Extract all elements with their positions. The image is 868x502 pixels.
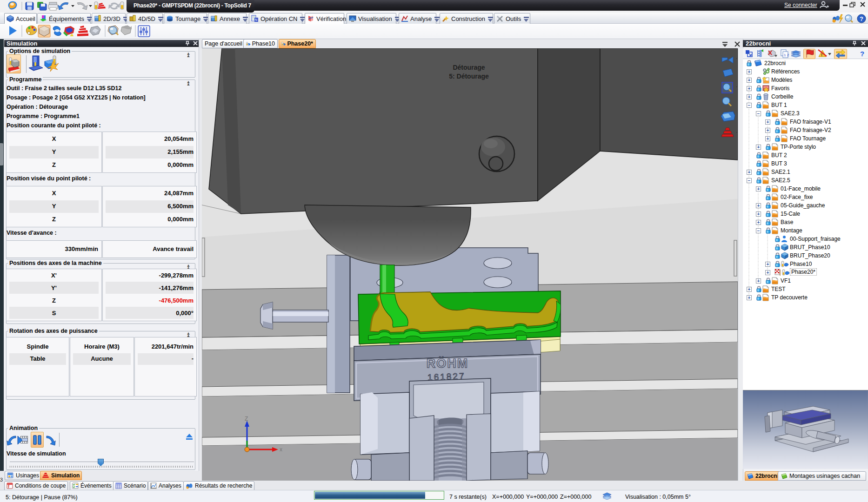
- svg-text:RÖHM: RÖHM: [427, 357, 469, 370]
- svg-text:x: x: [280, 446, 282, 453]
- svg-text:?: ?: [860, 50, 864, 58]
- svg-text:5: Détourage: 5: Détourage: [449, 73, 489, 80]
- svg-text:Z: Z: [245, 416, 248, 422]
- svg-text:N: N: [255, 18, 257, 21]
- svg-text:Détourage: Détourage: [453, 64, 485, 71]
- svg-text:?: ?: [860, 15, 863, 22]
- svg-text:1 2: 1 2: [784, 53, 789, 57]
